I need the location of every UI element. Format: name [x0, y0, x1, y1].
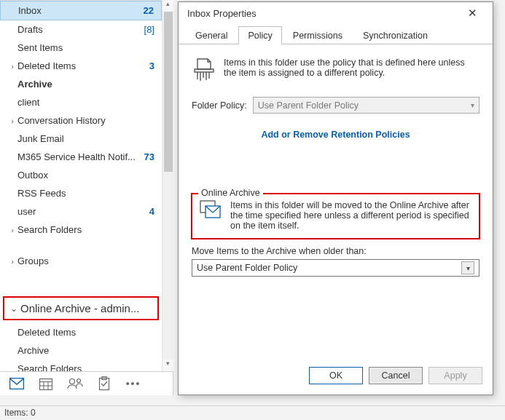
folder-outbox[interactable]: Outbox — [0, 166, 162, 184]
mail-icon[interactable] — [9, 376, 25, 391]
scroll-thumb[interactable] — [164, 12, 173, 172]
folder-policy-label: Folder Policy: — [192, 100, 247, 111]
folder-junk-email[interactable]: Junk Email — [0, 130, 162, 148]
apply-button[interactable]: Apply — [428, 367, 482, 384]
folder-label: Inbox — [18, 5, 139, 16]
cancel-button[interactable]: Cancel — [369, 367, 423, 384]
folder-user[interactable]: user 4 — [0, 202, 162, 221]
dialog-titlebar: Inbox Properties ✕ — [179, 2, 493, 24]
folder-label: Groups — [17, 255, 154, 266]
folder-label: Drafts — [17, 24, 140, 35]
folder-count: 22 — [139, 5, 154, 16]
folder-label: Archive — [17, 79, 154, 90]
button-label: Apply — [444, 371, 466, 381]
tab-general[interactable]: General — [186, 26, 237, 44]
folder-label: Deleted Items — [17, 327, 154, 338]
chevron-right-icon: › — [9, 226, 16, 234]
folder-conversation-history[interactable]: › Conversation History — [0, 111, 162, 130]
svg-point-6 — [70, 379, 75, 384]
folder-inbox[interactable]: Inbox 22 — [0, 1, 162, 20]
folder-label: Search Folders — [17, 224, 154, 235]
close-icon: ✕ — [468, 7, 477, 20]
folder-drafts[interactable]: Drafts [8] — [0, 20, 162, 39]
archive-envelope-icon — [200, 200, 222, 219]
svg-point-7 — [77, 379, 81, 383]
dialog-buttons: OK Cancel Apply — [179, 360, 493, 395]
folder-label: user — [17, 206, 145, 217]
folder-label: Archive — [17, 345, 154, 356]
folder-client[interactable]: client — [0, 93, 162, 111]
tab-label: Synchronization — [363, 31, 428, 41]
ok-button[interactable]: OK — [309, 367, 363, 384]
policy-description: Items in this folder use the policy that… — [224, 58, 479, 78]
account-online-archive[interactable]: ⌄ Online Archive - admin... — [4, 298, 157, 319]
online-archive-group: Online Archive Items in this folder will… — [192, 194, 479, 239]
folder-label: Sent Items — [17, 42, 154, 53]
calendar-icon[interactable] — [38, 376, 54, 391]
tab-label: General — [195, 31, 227, 41]
folder-archive[interactable]: Archive — [0, 75, 162, 93]
button-label: OK — [329, 371, 342, 381]
chevron-right-icon: › — [9, 257, 16, 266]
chevron-right-icon: › — [9, 62, 16, 71]
archive-description: Items in this folder will be moved to th… — [230, 200, 471, 231]
folder-label: Outbox — [17, 170, 154, 181]
folder-list: Inbox 22 Drafts [8] Sent Items › Deleted… — [0, 0, 162, 395]
inbox-properties-dialog: Inbox Properties ✕ General Policy Permis… — [178, 1, 493, 395]
tab-synchronization[interactable]: Synchronization — [353, 26, 437, 44]
tab-policy[interactable]: Policy — [238, 26, 281, 44]
account-label: Online Archive - admin... — [20, 302, 139, 314]
folder-count: 73 — [140, 151, 154, 162]
chevron-down-icon: ⌄ — [10, 304, 17, 314]
button-label: Cancel — [382, 371, 410, 381]
folder-pane: Inbox 22 Drafts [8] Sent Items › Deleted… — [0, 0, 173, 395]
online-archive-legend: Online Archive — [198, 188, 263, 198]
folder-count: [8] — [140, 24, 154, 35]
move-items-select[interactable]: Use Parent Folder Policy ▾ — [192, 259, 479, 277]
folder-deleted-items[interactable]: › Deleted Items 3 — [0, 57, 162, 75]
more-icon[interactable]: ••• — [125, 376, 141, 391]
tasks-icon[interactable] — [96, 376, 112, 391]
scroll-up-icon[interactable]: ▴ — [163, 0, 173, 12]
tab-permissions[interactable]: Permissions — [283, 26, 352, 44]
folder-groups[interactable]: › Groups — [0, 252, 162, 270]
scroll-down-icon[interactable]: ▾ — [163, 360, 173, 371]
retention-policies-link[interactable]: Add or Remove Retention Policies — [192, 125, 479, 143]
folder-pane-scrollbar[interactable]: ▴ ▾ — [162, 0, 173, 371]
archive-folder-archive[interactable]: Archive — [0, 341, 162, 360]
folder-rss-feeds[interactable]: RSS Feeds — [0, 184, 162, 202]
dialog-title: Inbox Properties — [187, 8, 458, 19]
folder-count: 3 — [145, 60, 154, 71]
folder-policy-value: Use Parent Folder Policy — [258, 100, 359, 111]
svg-rect-10 — [195, 69, 214, 72]
folder-label: Deleted Items — [17, 60, 145, 71]
folder-label: Conversation History — [17, 115, 154, 126]
status-bar: Items: 0 — [0, 405, 505, 420]
link-label: Add or Remove Retention Policies — [261, 130, 410, 140]
folder-label: RSS Feeds — [17, 188, 154, 199]
move-items-value: Use Parent Folder Policy — [197, 263, 297, 273]
close-button[interactable]: ✕ — [458, 3, 487, 23]
dialog-body: Items in this folder use the policy that… — [179, 44, 493, 360]
chevron-down-icon: ▾ — [471, 101, 474, 109]
people-icon[interactable] — [67, 376, 83, 391]
dialog-tabs: General Policy Permissions Synchronizati… — [179, 24, 493, 44]
shredder-icon — [192, 58, 215, 84]
folder-label: client — [17, 97, 154, 108]
folder-sent-items[interactable]: Sent Items — [0, 39, 162, 57]
status-items: Items: 0 — [4, 408, 36, 418]
folder-policy-select[interactable]: Use Parent Folder Policy ▾ — [253, 97, 479, 114]
folder-label: M365 Service Health Notif... — [17, 151, 140, 162]
folder-label: Junk Email — [17, 133, 154, 144]
highlight-online-archive: ⌄ Online Archive - admin... — [3, 296, 159, 320]
folder-search-folders[interactable]: › Search Folders — [0, 221, 162, 239]
navigation-bar: ••• — [0, 371, 173, 395]
folder-m365-health[interactable]: M365 Service Health Notif... 73 — [0, 148, 162, 166]
svg-rect-1 — [40, 379, 52, 390]
tab-label: Permissions — [293, 31, 342, 41]
chevron-down-icon: ▾ — [461, 261, 474, 274]
move-items-label: Move Items to the Archive when older tha… — [192, 246, 479, 256]
archive-folder-deleted-items[interactable]: Deleted Items — [0, 323, 162, 341]
folder-count: 4 — [145, 206, 154, 217]
chevron-right-icon: › — [9, 116, 16, 125]
